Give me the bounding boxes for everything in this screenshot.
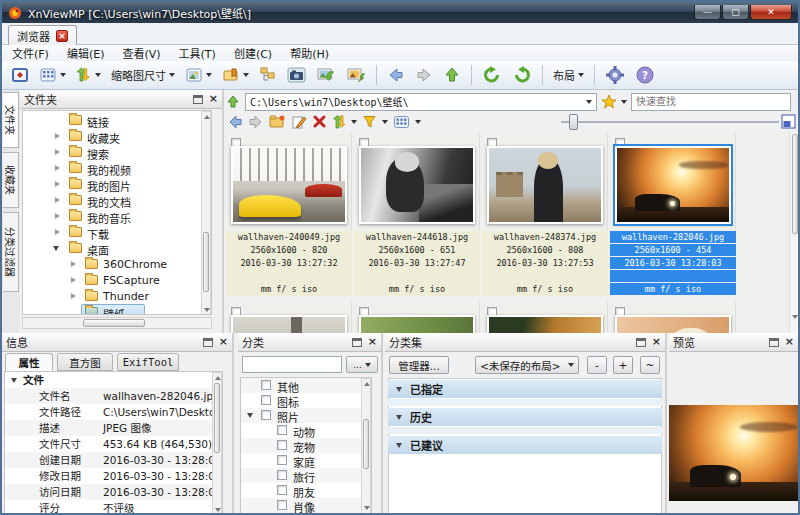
close-panel-icon[interactable]: × [785,337,794,347]
up-button[interactable] [440,63,464,87]
manager-button[interactable]: 管理器... [389,356,449,374]
filter-funnel-icon[interactable] [362,114,377,129]
close-panel-icon[interactable]: × [368,337,377,347]
address-up-icon[interactable] [225,94,241,110]
slideshow-button[interactable] [182,63,215,87]
browser-sort-caret[interactable] [351,120,357,124]
add-set-button[interactable]: + [613,356,633,374]
folder-item-search[interactable]: 搜索 [23,144,211,160]
export-button[interactable] [343,63,369,87]
menu-edit[interactable]: 编辑(E) [67,45,105,61]
back-button[interactable] [384,63,408,87]
folder-tree-hscrollbar[interactable] [22,317,212,329]
folder-item-desktop[interactable]: 桌面 [23,240,211,256]
menu-tools[interactable]: 工具(T) [179,45,216,61]
rotate-ccw-button[interactable] [479,63,505,87]
maximize-button[interactable]: ▢ [722,5,749,20]
thumbnail-cell-3[interactable]: wallhaven-248374.jpg2560x1600 - 8082016-… [482,133,608,296]
edit-icon[interactable] [291,114,307,129]
thumbnail-cell-2[interactable]: wallhaven-244618.jpg2560x1600 - 6512016-… [354,133,480,296]
category-filter-input[interactable] [242,356,342,373]
folder-item-my-music[interactable]: 我的音乐 [23,208,211,224]
info-vscrollbar[interactable] [212,372,222,515]
tab-histogram[interactable]: 直方图 [57,353,113,371]
favorites-star-icon[interactable] [601,94,617,109]
category-more-button[interactable]: ... [346,356,378,373]
camera-import-button[interactable] [284,63,309,87]
forward-button[interactable] [412,63,436,87]
side-tab-favorites[interactable]: 收藏夹 [3,152,19,208]
fullscreen-button[interactable] [8,63,32,87]
float-panel-icon[interactable] [193,95,203,104]
browser-view-caret[interactable] [415,120,421,124]
filter-caret[interactable] [382,120,388,124]
tab-properties[interactable]: 属性 [5,353,53,371]
hierarchy-button[interactable] [256,63,280,87]
folder-item-wallpaper-selected[interactable]: 壁纸 [23,304,211,315]
address-path-combo[interactable]: C:\Users\win7\Desktop\壁纸\ [245,93,597,111]
view-mode-button[interactable] [36,63,69,87]
layout-button[interactable]: 布局 [550,63,587,87]
thumbnail-cell-1[interactable]: wallhaven-240049.jpg2560x1600 - 8202016-… [226,133,352,296]
favorites-caret[interactable] [621,100,627,104]
category-family[interactable]: 家庭 [241,453,371,468]
menu-view[interactable]: 查看(V) [122,45,160,61]
float-panel-icon[interactable] [769,338,779,347]
category-pets[interactable]: 宠物 [241,438,371,453]
delete-icon[interactable] [312,114,327,129]
panel-toggle-icon[interactable] [781,114,796,129]
menu-help[interactable]: 帮助(H) [290,45,329,61]
category-vscrollbar[interactable] [361,378,371,514]
tab-browser[interactable]: 浏览器 × [8,25,77,45]
thumb-size-slider-track[interactable] [561,121,779,123]
thumbnail-cell-5[interactable] [226,302,352,333]
remove-set-button[interactable]: - [587,356,607,374]
section-assigned[interactable]: 已指定 [388,380,662,398]
browser-view-icon[interactable] [393,114,410,130]
folder-tree-vscrollbar[interactable] [201,111,211,315]
thumb-size-button[interactable]: 缩略图尺寸 [108,63,178,87]
close-panel-icon[interactable]: × [219,337,228,347]
tilde-button[interactable]: ~ [640,356,660,374]
category-friends[interactable]: 朋友 [241,483,371,498]
sort-button[interactable] [73,63,104,87]
float-panel-icon[interactable] [636,338,646,347]
minimize-button[interactable]: — [694,5,721,20]
quick-search-input[interactable] [631,93,791,111]
category-portrait[interactable]: 肖像 [241,498,371,513]
title-bar[interactable]: XnViewMP [C:\Users\win7\Desktop\壁纸\] — ▢… [2,2,798,23]
folder-item-fscapture[interactable]: FSCapture [23,272,211,288]
close-panel-icon[interactable]: × [209,94,218,104]
category-photos[interactable]: 照片 [241,408,371,423]
menu-file[interactable]: 文件(F) [12,45,49,61]
layout-combo[interactable]: <未保存的布局> [475,356,579,374]
bookmark-button[interactable] [219,63,252,87]
category-animals[interactable]: 动物 [241,423,371,438]
help-button[interactable]: ? [632,63,658,87]
close-button[interactable]: ✕ [750,5,792,20]
browser-sort-icon[interactable] [332,114,346,130]
folder-item-links[interactable]: 链接 [23,112,211,128]
section-suggested[interactable]: 已建议 [388,436,662,454]
close-panel-icon[interactable]: × [652,337,661,347]
menu-create[interactable]: 创建(C) [234,45,272,61]
folder-item-my-videos[interactable]: 我的视频 [23,160,211,176]
folder-item-360chrome[interactable]: 360Chrome [23,256,211,272]
side-tab-category-filter[interactable]: 分类过滤器 [3,212,19,292]
tab-exiftool[interactable]: ExifTool [117,353,179,371]
thumbnail-cell-6[interactable] [354,302,480,333]
section-history[interactable]: 历史 [388,408,662,426]
side-tab-folders[interactable]: 文件夹 [3,92,19,148]
float-panel-icon[interactable] [352,338,362,347]
thumbnail-cell-4-selected[interactable]: wallhaven-282046.jpg2560x1600 - 4542016-… [610,133,736,296]
thumbnail-cell-7[interactable] [482,302,608,333]
browser-forward-icon[interactable] [248,114,264,130]
folder-item-my-documents[interactable]: 我的文档 [23,192,211,208]
new-folder-icon[interactable] [269,114,286,129]
category-travel[interactable]: 旅行 [241,468,371,483]
browser-back-icon[interactable] [227,114,243,130]
float-panel-icon[interactable] [203,338,213,347]
folder-item-downloads[interactable]: 下载 [23,224,211,240]
rotate-cw-button[interactable] [509,63,535,87]
settings-button[interactable] [602,63,628,87]
